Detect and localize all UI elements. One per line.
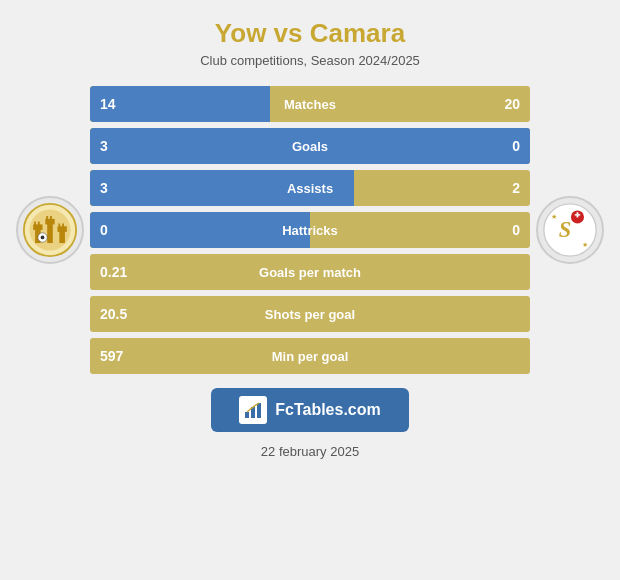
matches-bar: 14 Matches 20 (90, 86, 530, 122)
svg-point-15 (41, 236, 45, 240)
svg-rect-26 (257, 403, 261, 418)
comparison-area: 14 Matches 20 3 Goals 0 3 As (10, 86, 610, 374)
page-subtitle: Club competitions, Season 2024/2025 (200, 53, 420, 68)
right-logo-circle: S ★ ★ (536, 196, 604, 264)
min-per-goal-label: Min per goal (90, 349, 530, 364)
shots-per-goal-bar: 20.5 Shots per goal (90, 296, 530, 332)
stat-row-assists: 3 Assists 2 (90, 170, 530, 206)
fctables-text: FcTables.com (275, 401, 381, 419)
yow-logo-svg (22, 202, 78, 258)
right-club-logo: S ★ ★ (530, 196, 610, 264)
stat-row-min-per-goal: 597 Min per goal (90, 338, 530, 374)
left-club-logo (10, 196, 90, 264)
svg-rect-12 (58, 223, 60, 227)
svg-rect-21 (577, 212, 579, 217)
hattricks-label: Hattricks (90, 223, 530, 238)
stat-row-shots-per-goal: 20.5 Shots per goal (90, 296, 530, 332)
stats-container: 14 Matches 20 3 Goals 0 3 As (90, 86, 530, 374)
svg-rect-13 (62, 223, 64, 227)
stat-row-goals: 3 Goals 0 (90, 128, 530, 164)
svg-rect-5 (38, 222, 40, 226)
page-title: Yow vs Camara (215, 18, 405, 49)
hattricks-right-val: 0 (512, 222, 520, 238)
stat-row-goals-per-match: 0.21 Goals per match (90, 254, 530, 290)
svg-text:★: ★ (582, 241, 588, 248)
stat-row-matches: 14 Matches 20 (90, 86, 530, 122)
goals-per-match-label: Goals per match (90, 265, 530, 280)
standard-logo-svg: S ★ ★ (542, 202, 598, 258)
goals-bar: 3 Goals 0 (90, 128, 530, 164)
matches-label: Matches (90, 97, 530, 112)
svg-text:S: S (559, 217, 571, 242)
stat-row-hattricks: 0 Hattricks 0 (90, 212, 530, 248)
shots-per-goal-label: Shots per goal (90, 307, 530, 322)
page-container: Yow vs Camara Club competitions, Season … (0, 0, 620, 580)
svg-rect-24 (245, 412, 249, 418)
hattricks-bar: 0 Hattricks 0 (90, 212, 530, 248)
assists-bar: 3 Assists 2 (90, 170, 530, 206)
goals-label: Goals (90, 139, 530, 154)
fctables-icon (239, 396, 267, 424)
assists-right-val: 2 (512, 180, 520, 196)
assists-label: Assists (90, 181, 530, 196)
footer-date: 22 february 2025 (261, 444, 359, 459)
svg-rect-4 (34, 222, 36, 226)
matches-right-val: 20 (504, 96, 520, 112)
fctables-banner[interactable]: FcTables.com (211, 388, 409, 432)
goals-per-match-bar: 0.21 Goals per match (90, 254, 530, 290)
chart-icon (243, 400, 263, 420)
left-logo-circle (16, 196, 84, 264)
goals-right-val: 0 (512, 138, 520, 154)
min-per-goal-bar: 597 Min per goal (90, 338, 530, 374)
svg-rect-6 (47, 223, 53, 244)
svg-rect-9 (50, 216, 52, 220)
svg-rect-10 (59, 230, 65, 243)
svg-text:★: ★ (551, 213, 557, 220)
svg-rect-8 (46, 216, 48, 220)
